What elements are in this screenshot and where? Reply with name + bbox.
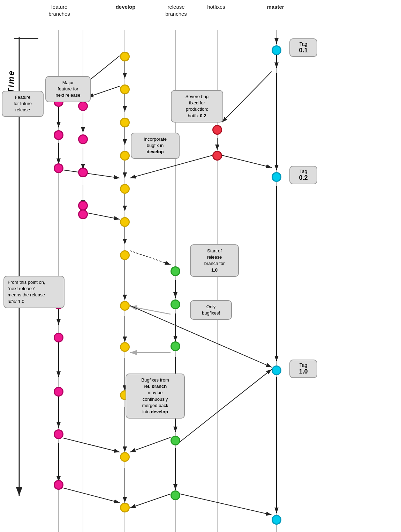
svg-line-28 xyxy=(63,438,120,452)
svg-line-53 xyxy=(130,306,171,314)
master-node-4 xyxy=(272,515,281,525)
svg-line-56 xyxy=(130,494,171,508)
callout-feature-future: Featurefor futurerelease xyxy=(2,91,44,117)
hotfix-node-2 xyxy=(212,151,222,161)
svg-line-57 xyxy=(180,494,272,515)
callout-incorporate-bugfix: Incorporatebugfix indevelop xyxy=(131,133,180,159)
feature2-node-2 xyxy=(78,134,88,144)
svg-line-35 xyxy=(88,213,120,219)
callout-bugfixes-merged: Bugfixes fromrel. branchmay becontinuous… xyxy=(126,374,185,419)
tag-02-label: Tag xyxy=(300,169,308,174)
feature2-node-4 xyxy=(78,201,88,210)
header-develop: develop xyxy=(108,3,143,10)
develop-node-12 xyxy=(120,503,130,512)
develop-node-5 xyxy=(120,184,130,194)
develop-node-11 xyxy=(120,452,130,462)
feature2-node-3 xyxy=(78,168,88,177)
header-hotfixes: hotfixes xyxy=(199,3,234,10)
develop-node-3 xyxy=(120,118,130,127)
svg-line-38 xyxy=(222,72,272,122)
tag-10-value: 1.0 xyxy=(294,368,312,375)
svg-line-46 xyxy=(130,251,171,265)
release-node-3 xyxy=(171,341,180,351)
callout-only-bugfixes: Onlybugfixes! xyxy=(190,300,232,320)
tag-02-value: 0.2 xyxy=(294,174,312,182)
release-node-5 xyxy=(171,436,180,445)
tag-10-box: Tag 1.0 xyxy=(289,360,317,378)
develop-node-9 xyxy=(120,342,130,352)
callout-major-feature: Majorfeature fornext release xyxy=(45,76,91,102)
header-release-branches: releasebranches xyxy=(153,3,199,17)
tag-02-box: Tag 0.2 xyxy=(289,166,317,184)
time-label: Time xyxy=(6,70,16,94)
feature2-node-1 xyxy=(78,101,88,111)
callout-next-release: From this point on,“next release”means t… xyxy=(3,276,65,308)
svg-line-30 xyxy=(63,488,120,503)
develop-node-4 xyxy=(120,151,130,161)
svg-line-41 xyxy=(130,155,212,178)
feature1-node-3 xyxy=(54,163,63,173)
header-master: master xyxy=(258,3,293,10)
feature1-node-2 xyxy=(54,130,63,140)
feature1-node-7 xyxy=(54,429,63,439)
master-node-1 xyxy=(272,45,281,55)
develop-node-7 xyxy=(120,250,130,260)
release-node-2 xyxy=(171,300,180,309)
feature1-node-6 xyxy=(54,387,63,397)
feature1-node-5 xyxy=(54,333,63,342)
develop-node-1 xyxy=(120,52,130,61)
feature1-node-8 xyxy=(54,480,63,490)
develop-node-6 xyxy=(120,217,130,227)
tag-01-value: 0.1 xyxy=(294,47,312,54)
tag-10-label: Tag xyxy=(300,362,308,368)
svg-line-40 xyxy=(222,155,272,168)
tag-01-label: Tag xyxy=(300,41,308,47)
release-node-1 xyxy=(171,266,180,276)
hotfix-node-1 xyxy=(212,125,222,135)
develop-node-2 xyxy=(120,84,130,94)
diagram: feature branches develop releasebranches… xyxy=(0,0,401,532)
svg-line-24 xyxy=(63,170,120,178)
svg-line-51 xyxy=(180,369,272,442)
release-node-6 xyxy=(171,490,180,500)
svg-line-31 xyxy=(88,86,120,97)
tag-01-box: Tag 0.1 xyxy=(289,38,317,57)
svg-line-55 xyxy=(130,437,171,452)
master-node-2 xyxy=(272,172,281,182)
feature2-node-5 xyxy=(78,209,88,219)
callout-severe-bug: Severe bugfixed forproduction:hotfix 0.2 xyxy=(171,90,223,123)
develop-node-8 xyxy=(120,301,130,311)
callout-start-release: Start ofreleasebranch for1.0 xyxy=(190,244,239,277)
header-feature-branches: feature branches xyxy=(42,3,77,17)
master-node-3 xyxy=(272,365,281,375)
